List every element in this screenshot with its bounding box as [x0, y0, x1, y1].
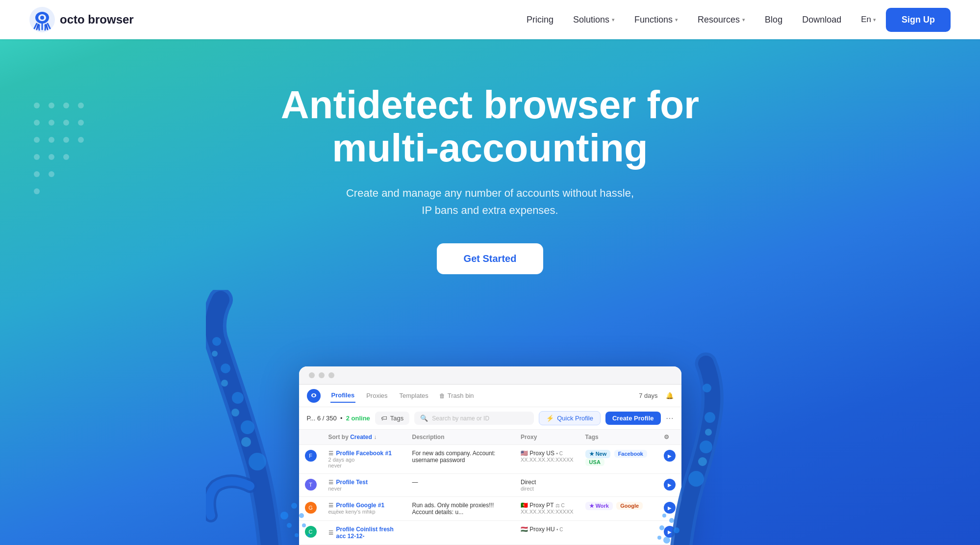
- search-bar[interactable]: 🔍 Search by name or ID: [414, 412, 534, 425]
- svg-point-34: [287, 523, 292, 528]
- svg-point-12: [34, 137, 40, 143]
- svg-point-29: [221, 380, 228, 387]
- tentacle-left: [206, 290, 314, 545]
- tab-profiles[interactable]: Profiles: [330, 389, 356, 403]
- svg-point-20: [49, 171, 54, 177]
- svg-point-16: [34, 154, 40, 160]
- svg-point-38: [688, 471, 704, 487]
- svg-point-6: [63, 103, 69, 108]
- svg-point-3: [40, 16, 44, 20]
- svg-point-23: [241, 420, 254, 434]
- svg-point-26: [212, 337, 221, 346]
- svg-point-25: [221, 363, 230, 373]
- tags-button[interactable]: 🏷 Tags: [375, 412, 409, 425]
- app-navbar: Profiles Proxies Templates 🗑 Trash bin 7…: [299, 385, 681, 407]
- nav-item-blog[interactable]: Blog: [765, 15, 782, 25]
- profile-name: ☰ Profile Coinlist fresh acc 12-12-: [328, 526, 401, 540]
- profile-name: ☰ Profile Facebook #1: [328, 450, 401, 457]
- svg-point-31: [280, 512, 288, 519]
- search-placeholder: Search by name or ID: [432, 415, 489, 422]
- table-row: G ☰ Profile Google #1 ещёкe keny's mhkp …: [299, 497, 681, 521]
- svg-point-48: [662, 514, 666, 518]
- nav-item-pricing[interactable]: Pricing: [527, 15, 553, 25]
- svg-point-28: [231, 409, 239, 416]
- svg-point-30: [212, 351, 218, 357]
- svg-point-42: [698, 457, 707, 466]
- tag-google: Google: [616, 502, 643, 510]
- chevron-down-icon: ▾: [612, 17, 615, 23]
- svg-point-19: [34, 171, 40, 177]
- signup-button[interactable]: Sign Up: [886, 8, 951, 32]
- svg-point-5: [49, 103, 54, 108]
- table-row: C ☰ Profile Coinlist fresh acc 12-12- 🇭🇺: [299, 521, 681, 545]
- window-dot-green: [328, 372, 334, 378]
- nav-link-solutions[interactable]: Solutions ▾: [573, 15, 615, 25]
- svg-point-14: [63, 137, 69, 143]
- svg-point-37: [307, 534, 310, 537]
- nav-item-resources[interactable]: Resources ▾: [698, 15, 745, 25]
- svg-point-17: [49, 154, 54, 160]
- create-profile-button[interactable]: Create Profile: [605, 412, 661, 425]
- col-name[interactable]: Sort by Created ↓: [323, 430, 406, 445]
- nav-link-resources[interactable]: Resources ▾: [698, 15, 745, 25]
- tag-work: ★ Work: [585, 502, 613, 510]
- flag-icon: 🇵🇹: [521, 502, 528, 509]
- lightning-icon: ⚡: [546, 415, 554, 422]
- nav-item-solutions[interactable]: Solutions ▾: [573, 15, 615, 25]
- svg-point-39: [700, 441, 712, 453]
- browser-window: Profiles Proxies Templates 🗑 Trash bin 7…: [299, 366, 681, 545]
- tag-usa: USA: [585, 458, 604, 466]
- tab-proxies[interactable]: Proxies: [365, 389, 388, 402]
- hero-content: Antidetect browser for multi-accounting …: [270, 39, 711, 274]
- browser-toolbar: P... 6 / 350 • 2 online 🏷 Tags 🔍 Search …: [299, 407, 681, 430]
- nav-item-download[interactable]: Download: [802, 15, 841, 25]
- chevron-down-icon: ▾: [873, 17, 876, 23]
- chevron-down-icon: ▾: [742, 17, 745, 23]
- svg-point-32: [291, 503, 297, 509]
- nav-link-blog[interactable]: Blog: [765, 15, 782, 25]
- nav-link-functions[interactable]: Functions ▾: [634, 15, 678, 25]
- quick-profile-button[interactable]: ⚡ Quick Profile: [539, 411, 601, 425]
- svg-point-46: [659, 525, 664, 530]
- tab-trash[interactable]: 🗑 Trash bin: [439, 392, 474, 399]
- nav-links: Pricing Solutions ▾ Functions ▾ Resource…: [527, 15, 841, 25]
- profiles-table: Sort by Created ↓ Description Proxy Tags…: [299, 430, 681, 545]
- logo-link[interactable]: octo browser: [29, 7, 134, 32]
- col-tags: Tags: [579, 430, 658, 445]
- svg-point-33: [299, 513, 304, 518]
- svg-point-4: [34, 103, 40, 108]
- svg-point-11: [78, 120, 84, 126]
- svg-point-27: [241, 437, 251, 447]
- table-row: T ☰ Profile Test never —: [299, 474, 681, 497]
- svg-point-22: [249, 453, 266, 470]
- nav-link-download[interactable]: Download: [802, 15, 841, 25]
- browser-tabs: Profiles Proxies Templates 🗑 Trash bin: [330, 389, 474, 403]
- svg-point-10: [63, 120, 69, 126]
- svg-point-7: [78, 103, 84, 108]
- nav-item-functions[interactable]: Functions ▾: [634, 15, 678, 25]
- nav-right: En ▾ Sign Up: [861, 8, 951, 32]
- tentacle-right: [657, 334, 745, 545]
- logo-icon: [29, 7, 55, 32]
- svg-point-40: [704, 412, 715, 423]
- profile-name: ☰ Profile Google #1: [328, 502, 401, 509]
- hero-subtitle: Create and manage any number of accounts…: [343, 184, 637, 219]
- online-count: 2 online: [346, 415, 370, 422]
- tab-templates[interactable]: Templates: [399, 389, 429, 402]
- app-preview: Profiles Proxies Templates 🗑 Trash bin 7…: [299, 366, 681, 545]
- flag-icon: 🇭🇺: [521, 526, 528, 533]
- svg-point-47: [669, 518, 674, 523]
- nav-link-pricing[interactable]: Pricing: [527, 15, 553, 25]
- svg-point-8: [34, 120, 40, 126]
- get-started-button[interactable]: Get Started: [437, 243, 544, 274]
- svg-point-43: [705, 429, 712, 436]
- chevron-down-icon: ▾: [675, 17, 678, 23]
- language-selector[interactable]: En ▾: [861, 15, 876, 25]
- svg-point-24: [232, 392, 244, 404]
- decorative-dots-left: [29, 98, 88, 247]
- col-description: Description: [406, 430, 515, 445]
- svg-point-45: [674, 527, 679, 533]
- profile-name: ☰ Profile Test: [328, 479, 401, 486]
- table-row: F ☰ Profile Facebook #1 2 days ago never…: [299, 445, 681, 474]
- svg-point-44: [663, 537, 670, 544]
